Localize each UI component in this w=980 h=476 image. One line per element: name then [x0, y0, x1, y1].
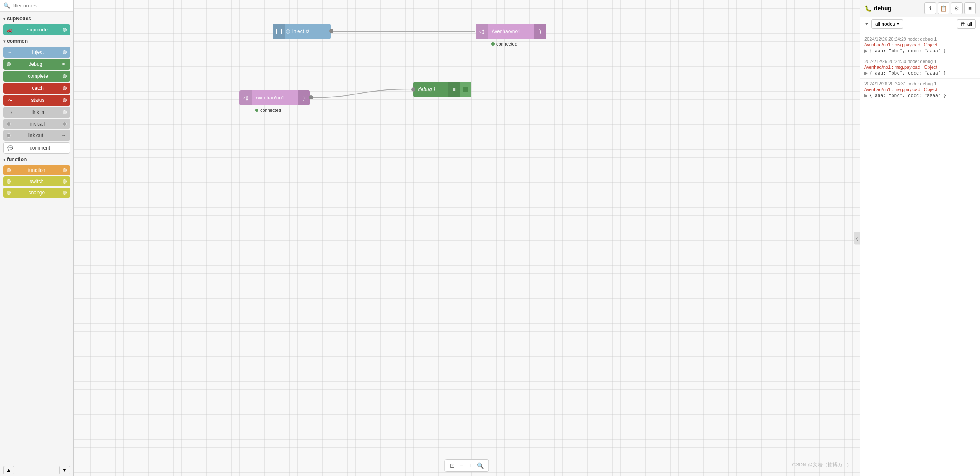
- debug-menu-btn[interactable]: ≡: [448, 82, 460, 97]
- catch-icon: !: [7, 85, 13, 92]
- node-comment[interactable]: 💬 comment: [3, 142, 70, 154]
- mqtt-top-label: /wenhao/no1: [488, 26, 534, 37]
- filter-chevron: ▾: [897, 21, 899, 27]
- mqtt-top-node[interactable]: ◁) /wenhao/no1 ): [476, 24, 546, 39]
- inject-top-label: inject ↺: [291, 26, 331, 37]
- inject-right-port: [63, 50, 67, 54]
- debug-toggle-btn[interactable]: [460, 82, 471, 97]
- node-link-call-label: link call: [11, 121, 63, 127]
- node-catch[interactable]: ! catch: [3, 83, 70, 94]
- msg-2-source: /wenhao/no1 : msg.payload : Object: [864, 65, 976, 70]
- mqtt-top-status-dot: [491, 42, 495, 46]
- node-status-label: status: [13, 97, 63, 103]
- change-right-port: [63, 191, 67, 195]
- section-function-label: function: [7, 157, 27, 162]
- node-function[interactable]: function: [3, 165, 70, 175]
- mqtt-bottom-right-port: [309, 95, 313, 99]
- function-left-port: [7, 168, 11, 172]
- mqtt-bottom-right-icon: ): [298, 90, 310, 105]
- debug-canvas-node[interactable]: debug 1 ≡: [413, 82, 471, 97]
- filter-all-nodes-btn[interactable]: all nodes ▾: [871, 19, 903, 29]
- msg-1-expand[interactable]: ▶: [864, 48, 868, 53]
- mqtt-bottom-status-dot: [255, 109, 258, 112]
- node-switch[interactable]: switch: [3, 176, 70, 186]
- node-link-out-label: link out: [11, 133, 60, 138]
- clear-trash-icon: 🗑: [961, 21, 966, 27]
- scroll-up-button[interactable]: ▲: [3, 466, 14, 474]
- filter-all-nodes-label: all nodes: [875, 21, 895, 27]
- inject-icon: →: [7, 49, 13, 56]
- node-change[interactable]: change: [3, 188, 70, 198]
- canvas-svg: [74, 0, 860, 476]
- mqtt-top-status-text: connected: [496, 41, 517, 46]
- panel-book-btn[interactable]: 📋: [938, 2, 949, 14]
- node-function-label: function: [11, 167, 63, 173]
- node-complete-label: complete: [13, 73, 63, 79]
- clear-all-label: all: [967, 21, 972, 27]
- chevron-common: ▾: [3, 39, 5, 43]
- filter-icon: ▼: [864, 22, 869, 27]
- zoom-in-button[interactable]: +: [467, 462, 473, 470]
- sidebar-filter: 🔍: [0, 0, 73, 12]
- msg-3-content: ▶ { aaa: "bbc", cccc: "aaaa" }: [864, 93, 976, 98]
- msg-3-source: /wenhao/no1 : msg.payload : Object: [864, 87, 976, 92]
- change-left-port: [7, 191, 11, 195]
- link-out-icon: →: [60, 132, 67, 139]
- section-supnodes[interactable]: ▾ supNodes: [0, 14, 73, 23]
- panel-config-btn[interactable]: ≡: [964, 2, 976, 14]
- debug-left-port: [7, 62, 11, 66]
- section-common[interactable]: ▾ common: [0, 36, 73, 46]
- section-function[interactable]: ▾ function: [0, 155, 73, 164]
- panel-title: 🐛 debug: [864, 5, 923, 12]
- inject-top-right-port: [329, 29, 333, 33]
- mqtt-top-left-icon: ◁): [476, 24, 488, 39]
- msg-3-expand[interactable]: ▶: [864, 93, 868, 98]
- msg-3-meta: 2024/12/26 20:24:31 node: debug 1: [864, 81, 976, 86]
- zoom-out-button[interactable]: −: [458, 462, 465, 470]
- debug-message-1: 2024/12/26 20:24:29 node: debug 1 /wenha…: [860, 34, 980, 56]
- clear-all-btn[interactable]: 🗑 all: [957, 19, 976, 29]
- fit-view-button[interactable]: ⊡: [448, 462, 456, 470]
- debug-messages: 2024/12/26 20:24:29 node: debug 1 /wenha…: [860, 31, 980, 476]
- inject-inner-icon: [286, 29, 290, 34]
- node-comment-label: comment: [14, 145, 66, 151]
- mqtt-bottom-status: connected: [255, 108, 281, 113]
- right-panel-toolbar: ▼ all nodes ▾ 🗑 all: [860, 17, 980, 31]
- node-inject[interactable]: → inject: [3, 47, 70, 58]
- msg-2-expand[interactable]: ▶: [864, 71, 868, 75]
- panel-info-btn[interactable]: ℹ: [924, 2, 936, 14]
- search-flow-button[interactable]: 🔍: [475, 462, 485, 470]
- inject-top-node[interactable]: inject ↺: [273, 24, 331, 39]
- section-supnodes-label: supNodes: [7, 16, 31, 22]
- node-debug-label: debug: [11, 61, 60, 67]
- node-status[interactable]: 〜 status: [3, 95, 70, 106]
- node-debug[interactable]: debug ≡: [3, 59, 70, 70]
- filter-nodes-input[interactable]: [12, 3, 70, 9]
- node-link-out[interactable]: link out →: [3, 130, 70, 141]
- node-supmodel[interactable]: 🚗 supmodel: [3, 24, 70, 35]
- debug-icon: ≡: [60, 61, 67, 68]
- msg-3-text: { aaa: "bbc", cccc: "aaaa" }: [869, 93, 946, 98]
- msg-1-text: { aaa: "bbc", cccc: "aaaa" }: [869, 48, 946, 53]
- right-edge-tab[interactable]: ❮: [854, 232, 860, 244]
- node-link-call[interactable]: link call: [3, 119, 70, 129]
- debug-message-2: 2024/12/26 20:24:30 node: debug 1 /wenha…: [860, 56, 980, 79]
- main-canvas[interactable]: inject ↺ ◁) /wenhao/no1 ) connected ◁) /…: [74, 0, 860, 476]
- supmodel-right-port: [63, 28, 67, 32]
- inject-square-icon: [273, 24, 285, 39]
- panel-settings-btn[interactable]: ⚙: [951, 2, 963, 14]
- mqtt-bottom-node[interactable]: ◁) /wenhao/no1 ): [239, 90, 310, 105]
- mqtt-bottom-label: /wenhao/no1: [252, 92, 298, 103]
- msg-1-source: /wenhao/no1 : msg.payload : Object: [864, 42, 976, 47]
- mqtt-top-right-icon: ): [534, 24, 546, 39]
- link-call-right-port: [63, 122, 67, 126]
- node-link-in[interactable]: ⇒ link in: [3, 107, 70, 118]
- chevron-supnodes: ▾: [3, 17, 5, 21]
- link-out-left-port: [7, 133, 11, 138]
- canvas-toolbar: ⊡ − + 🔍: [444, 459, 489, 472]
- node-catch-label: catch: [13, 85, 63, 91]
- node-inject-label: inject: [13, 49, 63, 55]
- scroll-down-button[interactable]: ▼: [59, 466, 70, 474]
- node-complete[interactable]: ! complete: [3, 71, 70, 82]
- watermark: CSDN @文浩（楠搏万...）: [792, 462, 852, 469]
